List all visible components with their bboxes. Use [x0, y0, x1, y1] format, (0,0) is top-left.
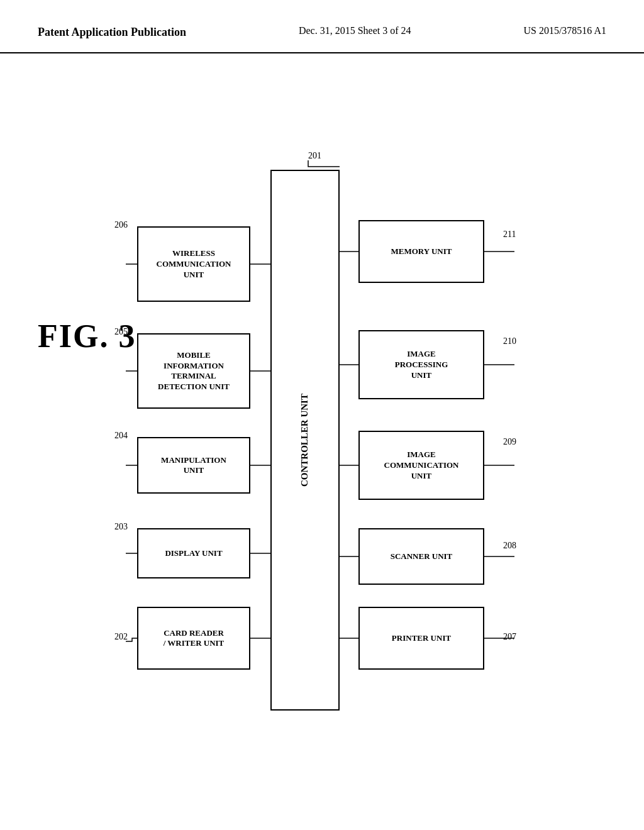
ref-211: 211	[503, 230, 516, 240]
image-proc-unit-box: IMAGEPROCESSINGUNIT	[358, 330, 484, 399]
publication-title: Patent Application Publication	[38, 25, 186, 40]
ref-210: 210	[503, 336, 516, 346]
mobile-info-detection-box: MOBILEINFORMATIONTERMINALDETECTION UNIT	[137, 333, 250, 409]
printer-unit-box: PRINTER UNIT	[358, 607, 484, 670]
ref-209: 209	[503, 437, 516, 447]
ref-206: 206	[114, 220, 128, 230]
manipulation-unit-box: MANIPULATIONUNIT	[137, 437, 250, 494]
publication-number: US 2015/378516 A1	[523, 25, 606, 36]
ref-204: 204	[114, 431, 128, 441]
ref-203: 203	[114, 522, 128, 532]
page-header: Patent Application Publication Dec. 31, …	[0, 0, 644, 53]
scanner-unit-box: SCANNER UNIT	[358, 528, 484, 585]
ref-208: 208	[503, 541, 516, 551]
image-comm-unit-box: IMAGECOMMUNICATIONUNIT	[358, 431, 484, 500]
diagram-area: FIG. 3 201 CONTROLLER UNIT 202 CARD READ…	[0, 53, 644, 795]
ref-201: 201	[308, 151, 321, 161]
display-unit-box: DISPLAY UNIT	[137, 528, 250, 578]
ref-205: 205	[114, 327, 128, 337]
ref-207: 207	[503, 632, 516, 642]
publication-date-sheet: Dec. 31, 2015 Sheet 3 of 24	[299, 25, 411, 36]
controller-unit-box: CONTROLLER UNIT	[270, 170, 340, 711]
card-reader-writer-box: CARD READER/ WRITER UNIT	[137, 607, 250, 670]
memory-unit-box: MEMORY UNIT	[358, 220, 484, 283]
ref-202: 202	[114, 632, 128, 642]
wireless-comm-unit-box: WIRELESSCOMMUNICATIONUNIT	[137, 226, 250, 302]
